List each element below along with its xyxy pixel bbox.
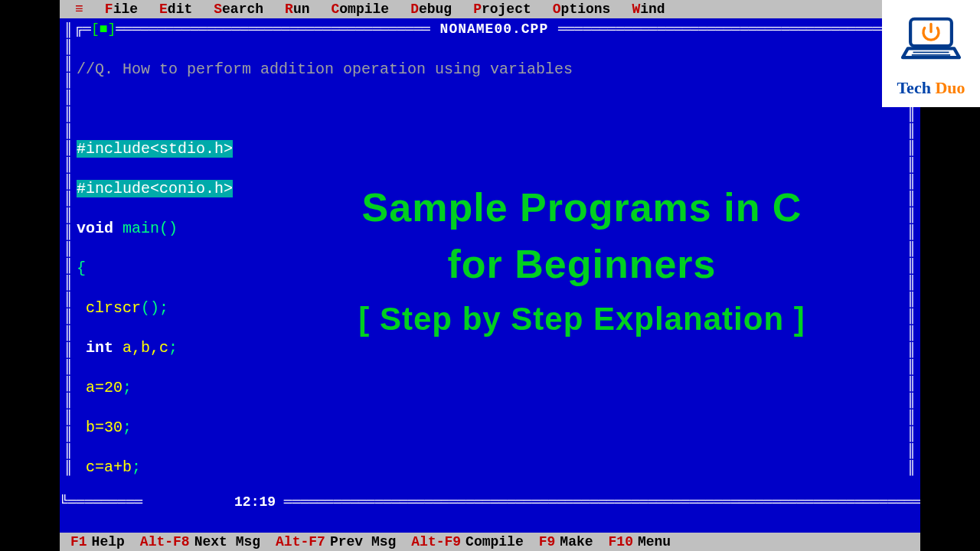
hint-key-f1[interactable]: F1 [60,534,87,549]
code-num: 30 [104,419,122,436]
code-brace-open: { [77,259,86,277]
window-titlebar: ╔═[■]═══════════════════════════════════… [60,21,920,37]
hint-prevmsg: Prev Msg [325,534,400,549]
window-close-control[interactable]: [■] [91,21,116,37]
cursor-position: 12:19 [142,494,276,510]
code-semi: ; [122,379,132,396]
status-gap [60,514,920,533]
code-kw-void: void [77,220,113,237]
ide-window: ≡ File Edit Search Run Compile Debug Pro… [60,0,920,551]
stage: ≡ File Edit Search Run Compile Debug Pro… [0,0,980,551]
overlay-title: Sample Programs in C for Beginners [ Ste… [274,179,890,346]
code-main: main [113,220,159,237]
code-paren: ( [141,299,150,317]
hint-key-f10[interactable]: F10 [598,534,633,549]
laptop-power-icon [899,10,963,78]
code-semi: ; [132,458,141,476]
menu-debug[interactable]: Debug [400,2,462,17]
code-vars: a,b,c [122,339,168,357]
code-expr: a+b [104,458,132,476]
menu-search[interactable]: Search [203,2,274,17]
hint-nextmsg: Next Msg [190,534,265,549]
code-kw-int: int [77,339,122,357]
hint-menu: Menu [633,534,675,549]
channel-logo: Tech Duo [882,0,980,107]
menu-compile[interactable]: Compile [321,2,400,17]
hint-key-f9[interactable]: F9 [528,534,556,549]
code-include-conio: #include<conio.h> [77,180,233,197]
menu-project[interactable]: Project [462,2,542,17]
code-semi: ; [168,339,178,357]
code-var-b: b [77,419,95,436]
frame-left-border: ║║║║║║║║║║║║║║║║║║║║║║║║║║║ [64,21,75,493]
hint-compile: Compile [461,534,528,549]
system-menu-icon[interactable]: ≡ [60,2,94,17]
hint-make: Make [555,534,597,549]
hint-key-altf9[interactable]: Alt-F9 [400,534,461,549]
code-semi: ; [122,419,132,436]
editor-frame: ╔═[■]═══════════════════════════════════… [60,18,920,514]
code-op: = [95,419,104,436]
hint-help: Help [87,534,129,549]
code-var-a: a [77,379,95,396]
code-paren: ) [168,220,178,237]
window-title: NONAME00.CPP [439,21,550,37]
code-call-clrscr: clrscr [77,299,141,317]
menubar: ≡ File Edit Search Run Compile Debug Pro… [60,0,920,18]
code-num: 20 [104,379,122,396]
frame-bottom-border: ╚═════════12:19 ════════════════════════… [60,494,920,510]
code-semi: ; [159,299,168,317]
code-op: = [95,458,104,476]
code-op: = [95,379,104,396]
menu-window[interactable]: Wind [621,2,675,17]
menu-options[interactable]: Options [542,2,622,17]
hint-bar: F1Help Alt-F8Next Msg Alt-F7Prev Msg Alt… [60,533,920,551]
hint-key-altf7[interactable]: Alt-F7 [265,534,325,549]
code-paren: ) [150,299,159,317]
menu-run[interactable]: Run [274,2,320,17]
menu-file[interactable]: File [94,2,149,17]
code-var-c: c [77,458,95,476]
overlay-line3: [ Step by Step Explanation ] [274,292,890,346]
overlay-line1: Sample Programs in C [274,179,890,236]
code-paren: ( [159,220,168,237]
code-include-stdio: #include<stdio.h> [77,140,233,158]
hint-key-altf8[interactable]: Alt-F8 [129,534,190,549]
overlay-line2: for Beginners [274,236,890,292]
brand-text: Tech Duo [897,78,965,98]
code-comment: //Q. How to perform addition operation u… [77,60,573,78]
menu-edit[interactable]: Edit [149,2,203,17]
